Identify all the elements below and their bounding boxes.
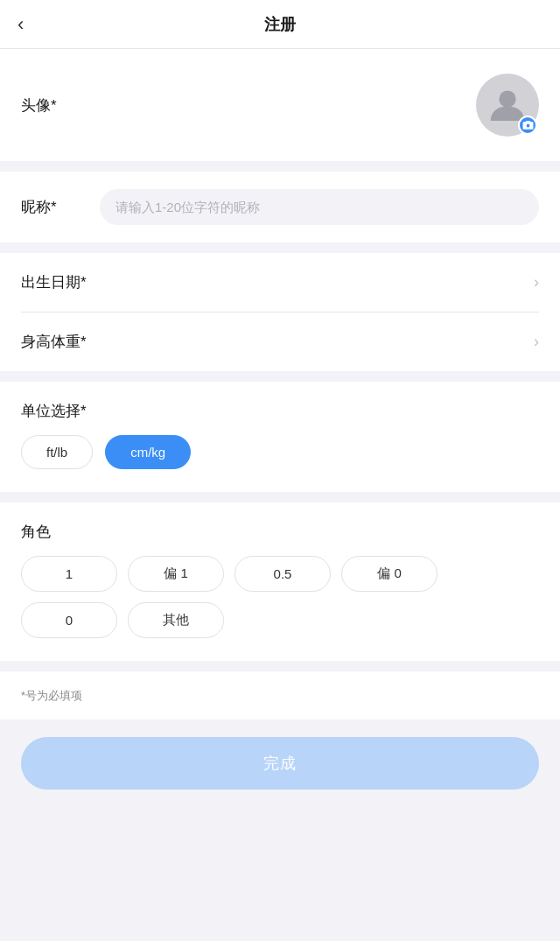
- birth-date-card: 出生日期* › 身高体重* ›: [0, 253, 560, 371]
- role-btn-pian1[interactable]: 偏 1: [128, 556, 224, 592]
- unit-buttons: ft/lb cm/kg: [21, 435, 539, 469]
- unit-label: 单位选择*: [21, 401, 539, 421]
- role-buttons-grid: 1 偏 1 0.5 偏 0 0 其他: [21, 556, 539, 638]
- role-btn-0[interactable]: 0: [21, 602, 117, 638]
- content: 头像* 昵称*: [0, 49, 560, 825]
- submit-section: 完成: [0, 737, 560, 790]
- back-button[interactable]: ‹: [18, 15, 24, 34]
- page-title: 注册: [264, 14, 296, 35]
- chevron-right-icon: ›: [534, 273, 539, 291]
- height-weight-label: 身高体重*: [21, 332, 87, 352]
- birth-date-row[interactable]: 出生日期* ›: [21, 253, 539, 312]
- note-section: *号为必填项: [0, 671, 560, 720]
- avatar-row: 头像*: [21, 49, 539, 161]
- role-label: 角色: [21, 522, 539, 542]
- submit-button[interactable]: 完成: [21, 737, 539, 790]
- unit-btn-cmkg[interactable]: cm/kg: [105, 435, 191, 469]
- birth-date-label: 出生日期*: [21, 272, 87, 292]
- avatar-label: 头像*: [21, 95, 57, 116]
- avatar-upload-button[interactable]: [476, 74, 539, 137]
- height-weight-row[interactable]: 身高体重* ›: [21, 312, 539, 371]
- camera-badge: [518, 116, 537, 135]
- nickname-card: 昵称*: [0, 172, 560, 242]
- camera-icon: [522, 120, 534, 131]
- role-section: 角色 1 偏 1 0.5 偏 0 0 其他: [0, 502, 560, 661]
- role-btn-pian0[interactable]: 偏 0: [341, 556, 438, 592]
- chevron-right-icon-2: ›: [534, 333, 539, 351]
- svg-point-0: [499, 91, 515, 108]
- role-btn-1[interactable]: 1: [21, 556, 117, 592]
- header: ‹ 注册: [0, 0, 560, 49]
- note-text: *号为必填项: [21, 689, 82, 702]
- nickname-label: 昵称*: [21, 197, 100, 217]
- role-btn-other[interactable]: 其他: [128, 602, 224, 638]
- role-btn-05[interactable]: 0.5: [234, 556, 331, 592]
- unit-btn-ftlb[interactable]: ft/lb: [21, 435, 93, 469]
- nickname-row: 昵称*: [21, 172, 539, 242]
- nickname-input[interactable]: [100, 189, 539, 225]
- unit-section: 单位选择* ft/lb cm/kg: [0, 382, 560, 492]
- avatar-card: 头像*: [0, 49, 560, 161]
